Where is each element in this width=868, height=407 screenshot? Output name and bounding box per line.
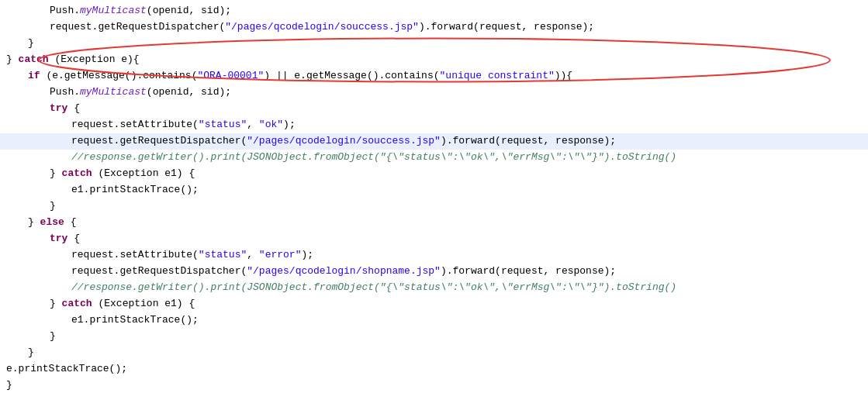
code-token-plain: Push.: [50, 5, 80, 16]
code-token-plain: {: [64, 216, 77, 228]
code-token-plain: }: [50, 298, 62, 309]
code-line: //response.getWriter().print(JSONObject.…: [0, 150, 868, 166]
code-token-plain: ) || e.getMessage().contains(: [264, 70, 439, 81]
code-token-plain: {: [67, 233, 80, 244]
code-line: }: [0, 345, 868, 361]
code-line: try {: [0, 231, 868, 247]
code-token-kw: if: [28, 70, 40, 81]
code-token-plain: }: [50, 167, 62, 179]
code-token-str: "unique constraint": [440, 70, 555, 81]
code-token-plain: (e.getMessage().contains(: [40, 70, 198, 81]
code-token-method: myMulticast: [80, 86, 147, 98]
code-line: } catch (Exception e){: [0, 52, 868, 68]
code-line: e1.printStackTrace();: [0, 312, 868, 329]
code-token-kw: catch: [62, 167, 92, 179]
code-token-plain: (openid, sid);: [147, 86, 231, 98]
code-token-plain: request.getRequestDispatcher(: [50, 21, 225, 33]
code-token-str: "status": [199, 119, 247, 130]
code-token-plain: }: [28, 347, 34, 358]
code-token-str: "error": [259, 249, 302, 260]
code-token-method: myMulticast: [80, 5, 147, 16]
code-token-comment: //response.getWriter().print(JSONObject.…: [71, 151, 676, 163]
code-token-plain: e1.printStackTrace();: [71, 184, 199, 195]
code-line: request.setAttribute("status", "ok");: [0, 117, 868, 133]
code-line: }: [0, 36, 868, 52]
code-line: request.getRequestDispatcher("/pages/qco…: [0, 264, 868, 280]
code-token-plain: (Exception e){: [49, 53, 140, 65]
code-line: } catch (Exception e1) {: [0, 166, 868, 182]
code-line: e1.printStackTrace();: [0, 182, 868, 198]
code-token-plain: e.printStackTrace();: [6, 363, 127, 374]
code-editor: Push.myMulticast(openid, sid);request.ge…: [0, 0, 868, 407]
code-token-plain: e1.printStackTrace();: [71, 314, 199, 326]
code-line: }: [0, 329, 868, 345]
code-token-plain: }: [28, 216, 40, 228]
code-token-plain: );: [283, 119, 296, 130]
code-token-plain: ,: [247, 119, 259, 130]
code-token-plain: }: [6, 379, 12, 391]
code-token-plain: Push.: [50, 86, 80, 98]
code-token-plain: (openid, sid);: [147, 5, 231, 16]
code-line: request.getRequestDispatcher("/pages/qco…: [0, 133, 868, 150]
code-token-plain: {: [67, 102, 80, 114]
code-line: if (e.getMessage().contains("ORA-00001")…: [0, 68, 868, 85]
code-line: } catch (Exception e1) {: [0, 296, 868, 312]
code-token-kw: catch: [62, 298, 92, 309]
code-line: e.printStackTrace();: [0, 361, 868, 378]
code-token-str: "ORA-00001": [197, 70, 264, 81]
code-token-comment: //response.getWriter().print(JSONObject.…: [71, 281, 676, 293]
code-token-plain: (Exception e1) {: [92, 167, 195, 179]
code-token-plain: request.setAttribute(: [71, 249, 199, 260]
code-token-plain: (Exception e1) {: [92, 298, 195, 309]
code-line: //response.getWriter().print(JSONObject.…: [0, 280, 868, 296]
code-token-kw: try: [50, 102, 67, 114]
code-token-plain: ).forward(request, response);: [441, 135, 616, 147]
code-token-plain: ).forward(request, response);: [419, 21, 594, 33]
code-line: Push.myMulticast(openid, sid);: [0, 3, 868, 19]
code-token-plain: request.setAttribute(: [71, 119, 199, 130]
code-token-kw: else: [40, 216, 64, 228]
code-token-plain: request.getRequestDispatcher(: [71, 265, 247, 277]
code-token-plain: );: [301, 249, 313, 260]
code-token-plain: }: [50, 200, 56, 212]
code-token-str: "/pages/qcodelogin/souccess.jsp": [225, 21, 419, 33]
code-token-kw: catch: [19, 53, 49, 65]
code-line: request.getRequestDispatcher("/pages/qco…: [0, 19, 868, 36]
code-token-str: "/pages/qcodelogin/shopname.jsp": [247, 265, 441, 277]
code-line: }: [0, 198, 868, 215]
code-line: Push.myMulticast(openid, sid);: [0, 85, 868, 101]
code-token-str: "status": [199, 249, 247, 260]
code-token-str: "ok": [259, 119, 283, 130]
code-token-plain: }: [28, 37, 34, 49]
code-token-plain: ,: [247, 249, 259, 260]
code-token-plain: ).forward(request, response);: [441, 265, 616, 277]
code-line: } else {: [0, 215, 868, 231]
code-token-str: "/pages/qcodelogin/souccess.jsp": [247, 135, 441, 147]
code-token-plain: )){: [555, 70, 572, 81]
code-token-plain: request.getRequestDispatcher(: [71, 135, 247, 147]
code-token-plain: }: [50, 330, 56, 342]
code-line: }: [0, 378, 868, 394]
code-token-plain: }: [6, 53, 19, 65]
code-token-kw: try: [50, 233, 67, 244]
code-line: request.setAttribute("status", "error");: [0, 247, 868, 264]
code-line: try {: [0, 101, 868, 117]
